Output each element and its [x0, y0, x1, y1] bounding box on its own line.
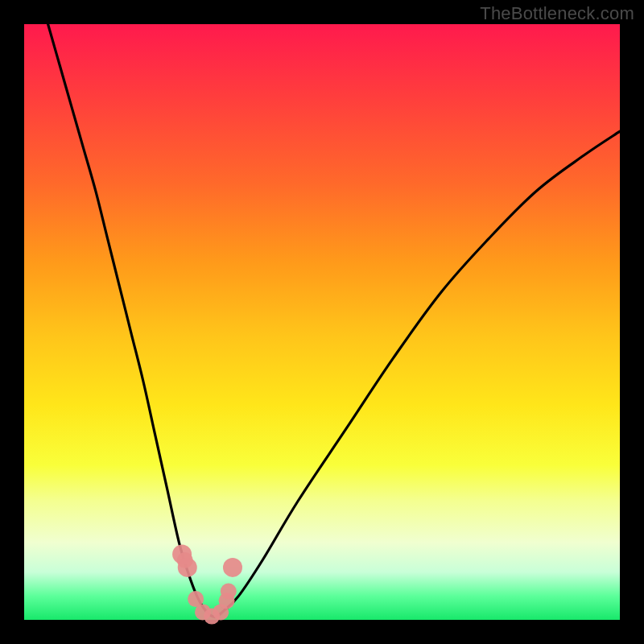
chart-frame: TheBottleneck.com — [0, 0, 644, 644]
highlight-point — [178, 558, 197, 577]
highlight-markers — [172, 545, 242, 625]
bottleneck-curve — [48, 24, 620, 617]
highlight-point — [223, 558, 242, 577]
curve-layer — [24, 24, 620, 620]
highlight-point — [221, 583, 237, 599]
plot-area — [24, 24, 620, 620]
watermark-text: TheBottleneck.com — [480, 3, 634, 24]
